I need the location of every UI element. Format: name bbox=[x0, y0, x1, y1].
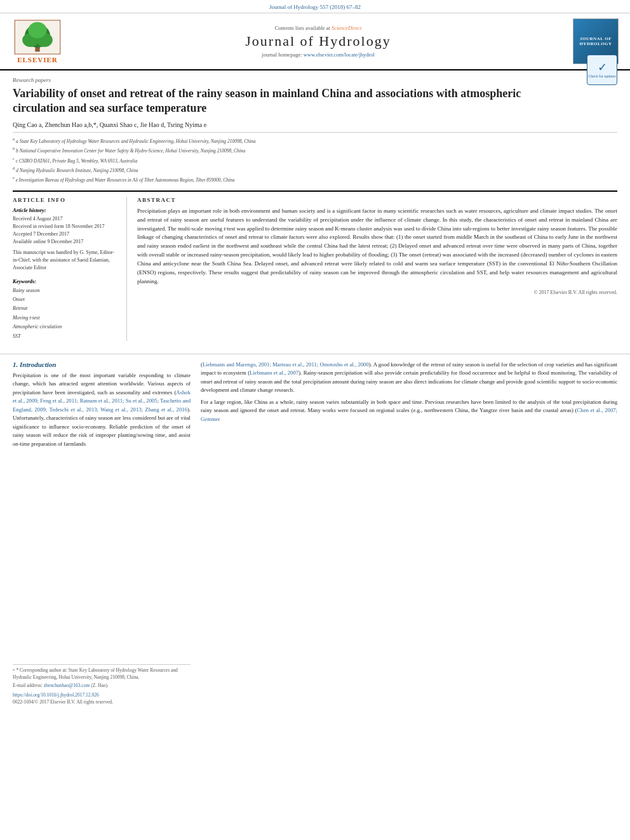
doi-link[interactable]: https://doi.org/10.1016/j.jhydrol.2017.1… bbox=[13, 692, 99, 698]
journal-thumb-text: JOURNAL OF HYDROLOGY bbox=[579, 36, 612, 46]
svg-point-5 bbox=[28, 22, 46, 38]
issn-text: 0022-1694/© 2017 Elsevier B.V. All right… bbox=[13, 699, 113, 705]
affiliation-b: b b National Cooperative Innovation Cent… bbox=[13, 145, 617, 154]
ref-link-liebmann2[interactable]: Liebmann et al., 2007 bbox=[250, 370, 298, 376]
intro-left-paragraph: Precipitation is one of the most importa… bbox=[13, 371, 191, 448]
affiliation-d: d d Nanjing Hydraulic Research Institute… bbox=[13, 165, 617, 174]
keyword-6: SST bbox=[13, 332, 119, 341]
keyword-1: Rainy season bbox=[13, 286, 119, 295]
corresponding-author-text: * Corresponding author at: State Key Lab… bbox=[13, 667, 178, 680]
intro-right-col: (Liebmann and Marengo, 2001; Marteau et … bbox=[201, 361, 617, 705]
elsevier-logo: ELSEVIER bbox=[9, 20, 66, 63]
abstract-text: Precipitation plays an important role in… bbox=[137, 207, 617, 286]
email-author: (Z. Hao). bbox=[91, 683, 109, 688]
affiliation-c: c c CSIRO DATA61, Private Bag 5, Wembley… bbox=[13, 156, 617, 164]
journal-header: ELSEVIER Contents lists available at Sci… bbox=[0, 13, 630, 70]
abstract-heading: ABSTRACT bbox=[137, 197, 617, 203]
email-note: E-mail address: zhenchunhao@163.com (Z. … bbox=[13, 683, 191, 690]
copyright-line: © 2017 Elsevier B.V. All rights reserved… bbox=[137, 290, 617, 295]
email-label: E-mail address: bbox=[13, 683, 44, 688]
available-date: Available online 9 December 2017 bbox=[13, 238, 119, 246]
accepted-date: Accepted 7 December 2017 bbox=[13, 230, 119, 238]
paper-section-label: Research papers bbox=[13, 77, 617, 83]
sciencedirect-link[interactable]: ScienceDirect bbox=[332, 25, 361, 31]
issn-area: 0022-1694/© 2017 Elsevier B.V. All right… bbox=[13, 698, 191, 705]
journal-reference-bar: Journal of Hydrology 557 (2018) 67–82 bbox=[0, 0, 630, 13]
received-date: Received 4 August 2017 bbox=[13, 215, 119, 223]
history-label: Article history: bbox=[13, 207, 119, 213]
authors-line: Qing Cao a, Zhenchun Hao a,b,*, Quanxi S… bbox=[13, 121, 617, 128]
affiliations: a a State Key Laboratory of Hydrology Wa… bbox=[13, 132, 617, 184]
contents-label: Contents lists available at bbox=[275, 25, 330, 31]
intro-heading: 1. Introduction bbox=[13, 361, 191, 368]
ref-link-liebmann[interactable]: Liebmann and Marengo, 2001; Marteau et a… bbox=[203, 361, 369, 368]
keyword-2: Onset bbox=[13, 295, 119, 304]
footnote-area: * * Corresponding author at: State Key L… bbox=[13, 664, 191, 705]
check-badge-label: Check for updates bbox=[588, 74, 616, 79]
page: Journal of Hydrology 557 (2018) 67–82 EL… bbox=[0, 0, 630, 711]
keyword-3: Retreat bbox=[13, 304, 119, 313]
editor-note: This manuscript was handled by G. Syme, … bbox=[13, 249, 119, 272]
intro-right-paragraph-2: For a large region, like China as a whol… bbox=[201, 398, 617, 423]
intro-left-col: 1. Introduction Precipitation is one of … bbox=[13, 361, 191, 705]
authors-text: Qing Cao a, Zhenchun Hao a,b,*, Quanxi S… bbox=[13, 121, 206, 128]
ref-link-ashok[interactable]: Ashok et al., 2009; Feng et al., 2011; R… bbox=[13, 389, 191, 413]
article-info-abstract-section: ARTICLE INFO Article history: Received 4… bbox=[13, 190, 617, 341]
journal-title: Journal of Hydrology bbox=[72, 33, 564, 50]
main-content-area: Research papers Variability of onset and… bbox=[0, 70, 630, 347]
paper-title: Variability of onset and retreat of the … bbox=[13, 86, 574, 116]
contents-available-line: Contents lists available at ScienceDirec… bbox=[72, 25, 564, 31]
keyword-5: Atmospheric circulation bbox=[13, 323, 119, 331]
intro-right-paragraph-1: (Liebmann and Marengo, 2001; Marteau et … bbox=[201, 361, 617, 395]
keyword-4: Moving t-test bbox=[13, 314, 119, 323]
email-link[interactable]: zhenchunhao@163.com bbox=[44, 683, 90, 688]
revised-date: Received in revised form 18 November 201… bbox=[13, 223, 119, 230]
homepage-url[interactable]: www.elsevier.com/locate/jhydrol bbox=[304, 51, 375, 58]
footnote-star: * bbox=[13, 668, 15, 673]
journal-homepage: journal homepage: www.elsevier.com/locat… bbox=[72, 51, 564, 58]
keywords-list: Rainy season Onset Retreat Moving t-test… bbox=[13, 286, 119, 341]
affiliation-a: a a State Key Laboratory of Hydrology Wa… bbox=[13, 136, 617, 145]
article-info-column: ARTICLE INFO Article history: Received 4… bbox=[13, 197, 127, 341]
intro-left-text: Precipitation is one of the most importa… bbox=[13, 371, 191, 448]
corresponding-author-note: * * Corresponding author at: State Key L… bbox=[13, 667, 191, 681]
intro-right-text: (Liebmann and Marengo, 2001; Marteau et … bbox=[201, 361, 617, 423]
section-divider bbox=[0, 354, 630, 354]
elsevier-logo-area: ELSEVIER bbox=[9, 20, 66, 63]
title-area: Variability of onset and retreat of the … bbox=[13, 86, 617, 121]
introduction-section: 1. Introduction Precipitation is one of … bbox=[0, 361, 630, 711]
elsevier-tree-icon bbox=[12, 20, 63, 55]
check-for-updates-badge: ✓ Check for updates bbox=[587, 55, 617, 85]
ref-link-chen[interactable]: Chen et al., 2007; Gemmer bbox=[201, 407, 617, 422]
keywords-label: Keywords: bbox=[13, 278, 119, 284]
abstract-column: ABSTRACT Precipitation plays an importan… bbox=[137, 197, 617, 341]
article-info-heading: ARTICLE INFO bbox=[13, 197, 119, 203]
journal-reference-text: Journal of Hydrology 557 (2018) 67–82 bbox=[269, 4, 361, 10]
journal-header-center: Contents lists available at ScienceDirec… bbox=[72, 25, 564, 58]
affiliation-e: e e Investigation Bureau of Hydrology an… bbox=[13, 175, 617, 183]
elsevier-label: ELSEVIER bbox=[17, 56, 58, 63]
doi-area: https://doi.org/10.1016/j.jhydrol.2017.1… bbox=[13, 691, 191, 698]
homepage-label: journal homepage: bbox=[262, 51, 302, 58]
